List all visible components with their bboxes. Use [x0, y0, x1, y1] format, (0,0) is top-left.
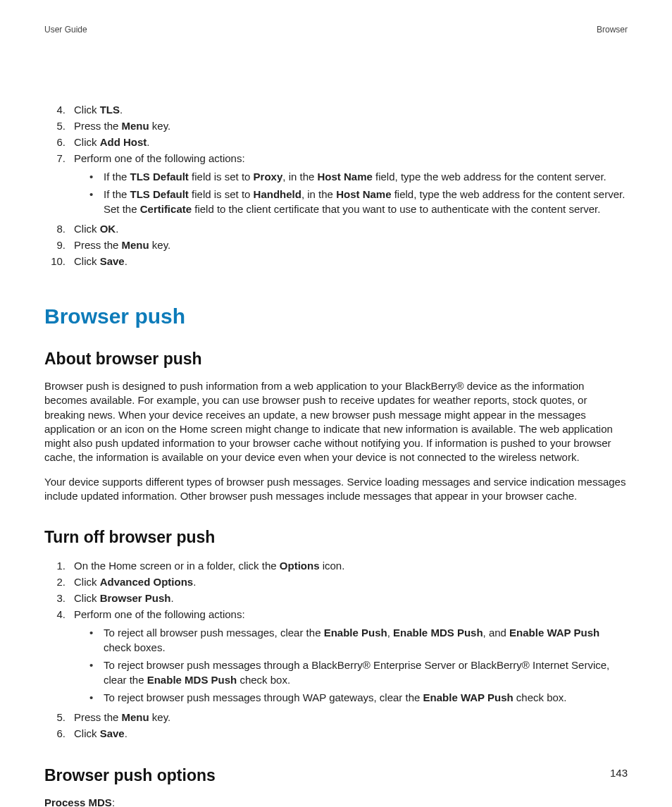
sub-list-item: To reject browser push messages through … [89, 689, 628, 706]
list-item-number: 10. [44, 254, 74, 269]
list-item: 2.Click Advanced Options. [44, 574, 628, 590]
list-item-body: On the Home screen or in a folder, click… [74, 558, 628, 573]
list-item-body: Perform one of the following actions:To … [74, 607, 628, 708]
list-item-body: Click Add Host. [74, 135, 628, 149]
list-item-number: 5. [44, 118, 74, 133]
list-item-number: 1. [44, 558, 74, 573]
sub-list-item: To reject all browser push messages, cle… [89, 624, 628, 656]
turnoff-steps-list: 1.On the Home screen or in a folder, cli… [44, 557, 628, 741]
list-item-body: Click Browser Push. [74, 591, 628, 605]
about-paragraph-1: Browser push is designed to push informa… [44, 379, 628, 465]
list-item: 9.Press the Menu key. [44, 237, 628, 253]
list-item-number: 3. [44, 591, 74, 605]
about-paragraph-2: Your device supports different types of … [44, 475, 628, 504]
list-item-body: Click Save. [74, 726, 628, 741]
list-item-number: 2. [44, 574, 74, 589]
header-left: User Guide [44, 25, 87, 35]
list-item-body: Click Advanced Options. [74, 574, 628, 589]
list-item: 4.Click TLS. [44, 101, 628, 118]
list-item: 6.Click Add Host. [44, 134, 628, 150]
options-paragraph-1: Process MDS: [44, 796, 628, 807]
page-header: User Guide Browser [44, 25, 628, 35]
sub-list-item: If the TLS Default field is set to Proxy… [89, 168, 628, 185]
turnoff-block: Turn off browser push 1.On the Home scre… [44, 528, 628, 741]
list-item: 5.Press the Menu key. [44, 118, 628, 134]
sub-list: If the TLS Default field is set to Proxy… [89, 168, 628, 218]
list-item-body: Press the Menu key. [74, 238, 628, 252]
about-block: About browser push Browser push is desig… [44, 350, 628, 503]
list-item-number: 8. [44, 221, 74, 236]
page-number: 143 [610, 767, 628, 779]
list-item: 5.Press the Menu key. [44, 709, 628, 725]
list-item-number: 6. [44, 726, 74, 741]
section-title: Browser push [44, 304, 628, 328]
list-item-body: Perform one of the following actions:If … [74, 151, 628, 220]
list-item-body: Click OK. [74, 221, 628, 236]
steps-list-continued: 4.Click TLS.5.Press the Menu key.6.Click… [44, 101, 628, 269]
list-item-body: Click Save. [74, 254, 628, 269]
list-item-number: 4. [44, 102, 74, 117]
list-item-body: Press the Menu key. [74, 710, 628, 725]
list-item: 1.On the Home screen or in a folder, cli… [44, 557, 628, 574]
turnoff-title: Turn off browser push [44, 528, 628, 547]
list-item-number: 6. [44, 135, 74, 149]
header-right: Browser [597, 25, 628, 35]
list-item: 10.Click Save. [44, 253, 628, 269]
list-item-number: 4. [44, 607, 74, 708]
list-item-number: 9. [44, 238, 74, 252]
page: User Guide Browser 4.Click TLS.5.Press t… [0, 0, 672, 807]
list-item: 7.Perform one of the following actions:I… [44, 150, 628, 221]
list-item-number: 7. [44, 151, 74, 220]
list-item: 4.Perform one of the following actions:T… [44, 606, 628, 709]
list-item: 8.Click OK. [44, 221, 628, 237]
about-title: About browser push [44, 350, 628, 369]
list-item: 6.Click Save. [44, 725, 628, 741]
list-item-number: 5. [44, 710, 74, 725]
sub-list: To reject all browser push messages, cle… [89, 624, 628, 706]
sub-list-item: If the TLS Default field is set to Handh… [89, 185, 628, 218]
options-title: Browser push options [44, 766, 628, 785]
list-item-body: Press the Menu key. [74, 118, 628, 133]
list-item-body: Click TLS. [74, 102, 628, 117]
list-item: 3.Click Browser Push. [44, 590, 628, 606]
options-block: Browser push options Process MDS: [44, 766, 628, 807]
sub-list-item: To reject browser push messages through … [89, 656, 628, 689]
